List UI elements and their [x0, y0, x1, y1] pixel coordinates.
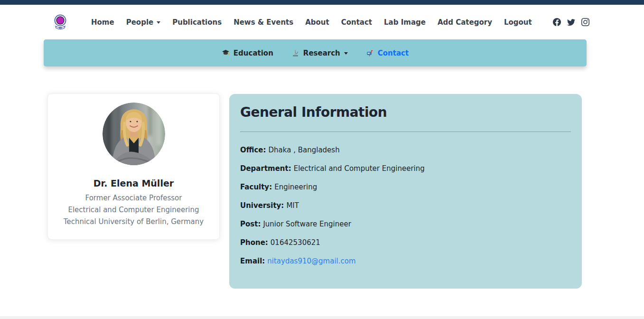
- divider: [240, 131, 571, 132]
- info-value: Junior Software Engineer: [263, 220, 351, 228]
- nav-item-label: Contact: [341, 18, 372, 27]
- info-label: Email:: [240, 257, 265, 265]
- nav-item-label: News & Events: [233, 18, 293, 27]
- profile-name: Dr. Elena Müller: [93, 178, 174, 188]
- page-footer: OFFICE ADDRESS HOTLINE: [0, 316, 644, 319]
- nav-item-lab-image[interactable]: Lab Image: [384, 18, 426, 27]
- nav-item-label: Home: [91, 18, 114, 27]
- subnav-item-label: Research: [303, 49, 340, 57]
- info-rows: Office:Dhaka , Bangladesh Department:Ele…: [240, 146, 571, 265]
- info-row-department: Department:Electrical and Computer Engin…: [240, 164, 571, 173]
- info-label: Faculty:: [240, 183, 272, 191]
- info-label: Office:: [240, 146, 266, 154]
- main-content: Dr. Elena Müller Former Associate Profes…: [0, 94, 644, 316]
- profile-title-line: Electrical and Computer Engineering: [64, 204, 204, 216]
- panel-title: General Information: [240, 104, 571, 120]
- nav-item-news-events[interactable]: News & Events: [233, 18, 293, 27]
- facebook-icon[interactable]: [553, 18, 561, 26]
- nav-item-label: People: [126, 18, 154, 27]
- info-row-post: Post:Junior Software Engineer: [240, 220, 571, 228]
- info-row-faculty: Faculty:Engineering: [240, 183, 571, 191]
- info-row-email: Email:nitaydas910@gmail.com: [240, 257, 571, 265]
- nav-item-about[interactable]: About: [305, 18, 329, 27]
- subnav-item-contact[interactable]: Contact: [366, 49, 409, 57]
- graduation-cap-icon: [222, 49, 230, 57]
- profile-card: Dr. Elena Müller Former Associate Profes…: [47, 94, 220, 240]
- general-info-panel: General Information Office:Dhaka , Bangl…: [229, 94, 582, 289]
- microscope-icon: [291, 49, 299, 57]
- main-navbar: Home People Publications News & Events A…: [0, 5, 644, 39]
- nav-item-contact[interactable]: Contact: [341, 18, 372, 27]
- lab-logo-icon[interactable]: [53, 14, 67, 30]
- nav-item-label: Lab Image: [384, 18, 426, 27]
- info-value: MIT: [286, 201, 299, 210]
- nav-item-add-category[interactable]: Add Category: [438, 18, 492, 27]
- info-value: 01642530621: [271, 238, 320, 247]
- nav-item-logout[interactable]: Logout: [504, 18, 532, 27]
- secondary-navbar: Education Research Contact: [44, 39, 587, 66]
- nav-item-label: Logout: [504, 18, 532, 27]
- info-value: Electrical and Computer Engineering: [294, 164, 425, 173]
- nav-item-label: Publications: [172, 18, 222, 27]
- info-label: Phone:: [240, 238, 268, 247]
- profile-photo-image: [103, 103, 165, 165]
- info-row-university: University:MIT: [240, 201, 571, 210]
- twitter-icon[interactable]: [567, 18, 575, 26]
- info-label: Department:: [240, 164, 291, 173]
- instagram-icon[interactable]: [581, 18, 589, 26]
- info-label: University:: [240, 201, 284, 210]
- subnav-item-education[interactable]: Education: [222, 49, 273, 57]
- navbar-container: Home People Publications News & Events A…: [44, 14, 589, 30]
- nav-item-home[interactable]: Home: [91, 18, 114, 27]
- info-value: Dhaka , Bangladesh: [269, 146, 340, 154]
- mailbox-icon: [366, 49, 374, 57]
- nav-item-label: About: [305, 18, 329, 27]
- info-row-phone: Phone:01642530621: [240, 238, 571, 247]
- subnav-item-label: Contact: [378, 49, 409, 57]
- top-accent-bar: [0, 0, 644, 5]
- nav-links: Home People Publications News & Events A…: [91, 18, 532, 27]
- subnav-item-label: Education: [233, 49, 273, 57]
- chevron-down-icon: [157, 21, 160, 24]
- nav-item-label: Add Category: [438, 18, 492, 27]
- profile-title-line: Former Associate Professor: [64, 192, 204, 204]
- profile-title-line: Technical University of Berlin, Germany: [64, 216, 204, 228]
- nav-item-people[interactable]: People: [126, 18, 161, 27]
- social-links: [553, 18, 589, 26]
- info-label: Post:: [240, 220, 261, 228]
- profile-titles: Former Associate Professor Electrical an…: [64, 192, 204, 228]
- email-link[interactable]: nitaydas910@gmail.com: [267, 257, 355, 265]
- info-value: Engineering: [274, 183, 317, 191]
- content-row: Dr. Elena Müller Former Associate Profes…: [47, 94, 644, 289]
- profile-photo: [103, 103, 165, 165]
- subnav-item-research[interactable]: Research: [291, 49, 348, 57]
- nav-item-publications[interactable]: Publications: [172, 18, 222, 27]
- info-row-office: Office:Dhaka , Bangladesh: [240, 146, 571, 154]
- chevron-down-icon: [344, 52, 348, 55]
